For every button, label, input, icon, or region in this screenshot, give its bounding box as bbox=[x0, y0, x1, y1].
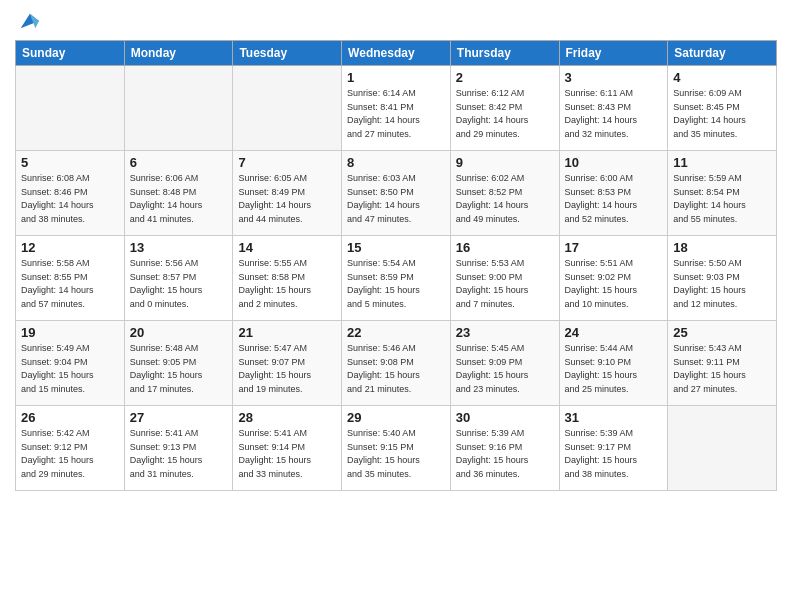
calendar-cell: 12Sunrise: 5:58 AMSunset: 8:55 PMDayligh… bbox=[16, 236, 125, 321]
day-number: 27 bbox=[130, 410, 228, 425]
day-info: Sunrise: 5:53 AMSunset: 9:00 PMDaylight:… bbox=[456, 257, 554, 311]
calendar-cell: 21Sunrise: 5:47 AMSunset: 9:07 PMDayligh… bbox=[233, 321, 342, 406]
day-info: Sunrise: 6:06 AMSunset: 8:48 PMDaylight:… bbox=[130, 172, 228, 226]
day-info: Sunrise: 5:48 AMSunset: 9:05 PMDaylight:… bbox=[130, 342, 228, 396]
day-number: 8 bbox=[347, 155, 445, 170]
day-number: 17 bbox=[565, 240, 663, 255]
day-header-tuesday: Tuesday bbox=[233, 41, 342, 66]
day-number: 2 bbox=[456, 70, 554, 85]
day-info: Sunrise: 5:50 AMSunset: 9:03 PMDaylight:… bbox=[673, 257, 771, 311]
calendar-header-row: SundayMondayTuesdayWednesdayThursdayFrid… bbox=[16, 41, 777, 66]
page-header bbox=[15, 10, 777, 32]
day-number: 3 bbox=[565, 70, 663, 85]
calendar-week-2: 5Sunrise: 6:08 AMSunset: 8:46 PMDaylight… bbox=[16, 151, 777, 236]
calendar-cell: 15Sunrise: 5:54 AMSunset: 8:59 PMDayligh… bbox=[342, 236, 451, 321]
calendar-cell: 17Sunrise: 5:51 AMSunset: 9:02 PMDayligh… bbox=[559, 236, 668, 321]
day-info: Sunrise: 6:03 AMSunset: 8:50 PMDaylight:… bbox=[347, 172, 445, 226]
calendar-cell: 13Sunrise: 5:56 AMSunset: 8:57 PMDayligh… bbox=[124, 236, 233, 321]
logo-icon bbox=[17, 10, 39, 32]
calendar-cell: 8Sunrise: 6:03 AMSunset: 8:50 PMDaylight… bbox=[342, 151, 451, 236]
day-info: Sunrise: 5:46 AMSunset: 9:08 PMDaylight:… bbox=[347, 342, 445, 396]
day-header-saturday: Saturday bbox=[668, 41, 777, 66]
calendar-cell: 20Sunrise: 5:48 AMSunset: 9:05 PMDayligh… bbox=[124, 321, 233, 406]
calendar-cell: 29Sunrise: 5:40 AMSunset: 9:15 PMDayligh… bbox=[342, 406, 451, 491]
day-info: Sunrise: 6:00 AMSunset: 8:53 PMDaylight:… bbox=[565, 172, 663, 226]
day-header-friday: Friday bbox=[559, 41, 668, 66]
day-number: 19 bbox=[21, 325, 119, 340]
calendar-cell: 25Sunrise: 5:43 AMSunset: 9:11 PMDayligh… bbox=[668, 321, 777, 406]
calendar-cell: 5Sunrise: 6:08 AMSunset: 8:46 PMDaylight… bbox=[16, 151, 125, 236]
day-info: Sunrise: 5:39 AMSunset: 9:16 PMDaylight:… bbox=[456, 427, 554, 481]
day-number: 31 bbox=[565, 410, 663, 425]
day-number: 22 bbox=[347, 325, 445, 340]
calendar-cell: 24Sunrise: 5:44 AMSunset: 9:10 PMDayligh… bbox=[559, 321, 668, 406]
day-number: 4 bbox=[673, 70, 771, 85]
day-info: Sunrise: 5:51 AMSunset: 9:02 PMDaylight:… bbox=[565, 257, 663, 311]
day-header-monday: Monday bbox=[124, 41, 233, 66]
calendar-cell: 2Sunrise: 6:12 AMSunset: 8:42 PMDaylight… bbox=[450, 66, 559, 151]
day-number: 29 bbox=[347, 410, 445, 425]
logo bbox=[15, 10, 39, 32]
calendar-cell bbox=[16, 66, 125, 151]
day-number: 28 bbox=[238, 410, 336, 425]
calendar-cell: 11Sunrise: 5:59 AMSunset: 8:54 PMDayligh… bbox=[668, 151, 777, 236]
calendar-cell bbox=[124, 66, 233, 151]
calendar-week-4: 19Sunrise: 5:49 AMSunset: 9:04 PMDayligh… bbox=[16, 321, 777, 406]
day-info: Sunrise: 6:14 AMSunset: 8:41 PMDaylight:… bbox=[347, 87, 445, 141]
day-info: Sunrise: 5:40 AMSunset: 9:15 PMDaylight:… bbox=[347, 427, 445, 481]
calendar-cell bbox=[668, 406, 777, 491]
day-number: 25 bbox=[673, 325, 771, 340]
day-number: 14 bbox=[238, 240, 336, 255]
calendar-cell: 19Sunrise: 5:49 AMSunset: 9:04 PMDayligh… bbox=[16, 321, 125, 406]
calendar-cell: 1Sunrise: 6:14 AMSunset: 8:41 PMDaylight… bbox=[342, 66, 451, 151]
day-number: 9 bbox=[456, 155, 554, 170]
day-info: Sunrise: 5:55 AMSunset: 8:58 PMDaylight:… bbox=[238, 257, 336, 311]
day-info: Sunrise: 6:08 AMSunset: 8:46 PMDaylight:… bbox=[21, 172, 119, 226]
day-info: Sunrise: 5:42 AMSunset: 9:12 PMDaylight:… bbox=[21, 427, 119, 481]
day-info: Sunrise: 5:41 AMSunset: 9:14 PMDaylight:… bbox=[238, 427, 336, 481]
calendar-cell: 7Sunrise: 6:05 AMSunset: 8:49 PMDaylight… bbox=[233, 151, 342, 236]
day-info: Sunrise: 5:44 AMSunset: 9:10 PMDaylight:… bbox=[565, 342, 663, 396]
day-header-thursday: Thursday bbox=[450, 41, 559, 66]
calendar-cell: 3Sunrise: 6:11 AMSunset: 8:43 PMDaylight… bbox=[559, 66, 668, 151]
day-info: Sunrise: 6:12 AMSunset: 8:42 PMDaylight:… bbox=[456, 87, 554, 141]
day-header-wednesday: Wednesday bbox=[342, 41, 451, 66]
day-number: 26 bbox=[21, 410, 119, 425]
calendar-cell: 30Sunrise: 5:39 AMSunset: 9:16 PMDayligh… bbox=[450, 406, 559, 491]
calendar-cell: 23Sunrise: 5:45 AMSunset: 9:09 PMDayligh… bbox=[450, 321, 559, 406]
day-number: 18 bbox=[673, 240, 771, 255]
day-number: 21 bbox=[238, 325, 336, 340]
day-number: 24 bbox=[565, 325, 663, 340]
day-info: Sunrise: 6:09 AMSunset: 8:45 PMDaylight:… bbox=[673, 87, 771, 141]
calendar-cell: 9Sunrise: 6:02 AMSunset: 8:52 PMDaylight… bbox=[450, 151, 559, 236]
calendar-week-1: 1Sunrise: 6:14 AMSunset: 8:41 PMDaylight… bbox=[16, 66, 777, 151]
day-info: Sunrise: 5:45 AMSunset: 9:09 PMDaylight:… bbox=[456, 342, 554, 396]
calendar-cell: 28Sunrise: 5:41 AMSunset: 9:14 PMDayligh… bbox=[233, 406, 342, 491]
day-info: Sunrise: 5:54 AMSunset: 8:59 PMDaylight:… bbox=[347, 257, 445, 311]
day-info: Sunrise: 6:11 AMSunset: 8:43 PMDaylight:… bbox=[565, 87, 663, 141]
calendar-week-5: 26Sunrise: 5:42 AMSunset: 9:12 PMDayligh… bbox=[16, 406, 777, 491]
day-info: Sunrise: 6:05 AMSunset: 8:49 PMDaylight:… bbox=[238, 172, 336, 226]
day-info: Sunrise: 5:49 AMSunset: 9:04 PMDaylight:… bbox=[21, 342, 119, 396]
day-number: 11 bbox=[673, 155, 771, 170]
day-info: Sunrise: 5:59 AMSunset: 8:54 PMDaylight:… bbox=[673, 172, 771, 226]
calendar-cell: 14Sunrise: 5:55 AMSunset: 8:58 PMDayligh… bbox=[233, 236, 342, 321]
day-number: 6 bbox=[130, 155, 228, 170]
day-number: 1 bbox=[347, 70, 445, 85]
day-number: 7 bbox=[238, 155, 336, 170]
calendar-cell: 16Sunrise: 5:53 AMSunset: 9:00 PMDayligh… bbox=[450, 236, 559, 321]
day-number: 5 bbox=[21, 155, 119, 170]
calendar-cell: 22Sunrise: 5:46 AMSunset: 9:08 PMDayligh… bbox=[342, 321, 451, 406]
day-number: 10 bbox=[565, 155, 663, 170]
day-number: 12 bbox=[21, 240, 119, 255]
day-number: 30 bbox=[456, 410, 554, 425]
day-number: 20 bbox=[130, 325, 228, 340]
day-info: Sunrise: 6:02 AMSunset: 8:52 PMDaylight:… bbox=[456, 172, 554, 226]
calendar-cell: 6Sunrise: 6:06 AMSunset: 8:48 PMDaylight… bbox=[124, 151, 233, 236]
day-number: 15 bbox=[347, 240, 445, 255]
calendar-cell: 4Sunrise: 6:09 AMSunset: 8:45 PMDaylight… bbox=[668, 66, 777, 151]
calendar-cell: 26Sunrise: 5:42 AMSunset: 9:12 PMDayligh… bbox=[16, 406, 125, 491]
calendar-cell bbox=[233, 66, 342, 151]
calendar-table: SundayMondayTuesdayWednesdayThursdayFrid… bbox=[15, 40, 777, 491]
day-number: 13 bbox=[130, 240, 228, 255]
